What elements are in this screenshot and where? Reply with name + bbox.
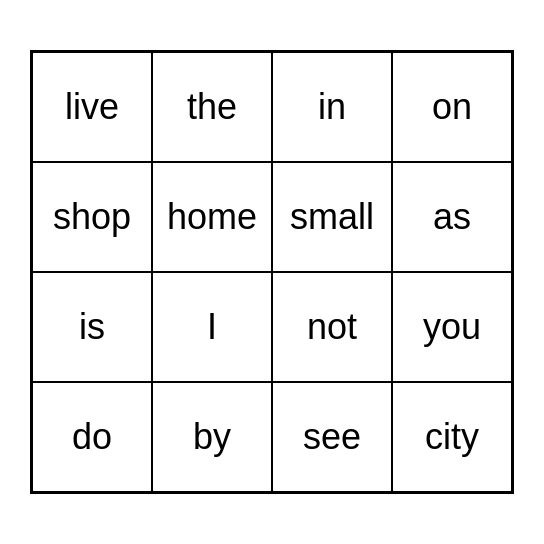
grid-cell-4[interactable]: shop <box>32 162 152 272</box>
grid-cell-2[interactable]: in <box>272 52 392 162</box>
grid-cell-1[interactable]: the <box>152 52 272 162</box>
grid-cell-11[interactable]: you <box>392 272 512 382</box>
grid-cell-10[interactable]: not <box>272 272 392 382</box>
grid-cell-3[interactable]: on <box>392 52 512 162</box>
grid-cell-14[interactable]: see <box>272 382 392 492</box>
grid-cell-12[interactable]: do <box>32 382 152 492</box>
grid-cell-15[interactable]: city <box>392 382 512 492</box>
word-grid: livetheinonshophomesmallasisInotyoudobys… <box>30 50 514 494</box>
grid-cell-13[interactable]: by <box>152 382 272 492</box>
grid-cell-8[interactable]: is <box>32 272 152 382</box>
grid-cell-7[interactable]: as <box>392 162 512 272</box>
grid-cell-5[interactable]: home <box>152 162 272 272</box>
grid-cell-6[interactable]: small <box>272 162 392 272</box>
grid-cell-0[interactable]: live <box>32 52 152 162</box>
grid-cell-9[interactable]: I <box>152 272 272 382</box>
